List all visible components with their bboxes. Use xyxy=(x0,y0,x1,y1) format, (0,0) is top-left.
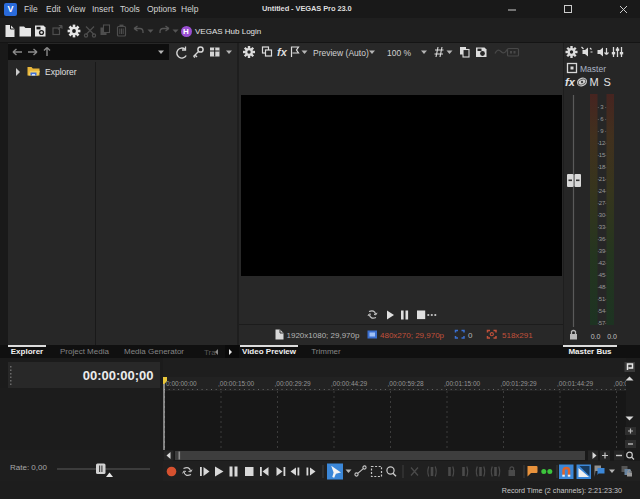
svg-text:45: 45 xyxy=(599,272,606,278)
svg-text:21: 21 xyxy=(599,176,606,182)
svg-text:24: 24 xyxy=(599,188,606,194)
svg-text:0.0: 0.0 xyxy=(607,333,617,340)
svg-text:,00:00:59:28: ,00:00:59:28 xyxy=(388,380,425,387)
svg-text:100 %: 100 % xyxy=(387,48,412,58)
svg-text:M: M xyxy=(590,76,599,88)
svg-text:518x291: 518x291 xyxy=(502,331,533,340)
svg-text:Preview (Auto): Preview (Auto) xyxy=(313,48,369,58)
svg-text:,00:00:29:29: ,00:00:29:29 xyxy=(275,380,312,387)
svg-text:15: 15 xyxy=(599,152,606,158)
svg-text:0: 0 xyxy=(468,331,473,340)
svg-text:Master: Master xyxy=(580,64,606,74)
svg-text:fx: fx xyxy=(277,46,288,58)
svg-text:3: 3 xyxy=(600,104,604,110)
svg-text:33: 33 xyxy=(599,224,606,230)
svg-text:fx: fx xyxy=(565,76,576,88)
svg-text:,00:01:15:00: ,00:01:15:00 xyxy=(444,380,481,387)
svg-text:27: 27 xyxy=(599,200,606,206)
svg-text:54: 54 xyxy=(599,308,606,314)
svg-text:0:00:00:00: 0:00:00:00 xyxy=(166,380,197,387)
svg-text:9: 9 xyxy=(600,128,604,134)
svg-text:48: 48 xyxy=(599,284,606,290)
svg-text:S: S xyxy=(604,76,611,88)
svg-text:57: 57 xyxy=(599,320,606,326)
svg-text:480x270; 29,970p: 480x270; 29,970p xyxy=(380,331,445,340)
svg-text:30: 30 xyxy=(599,212,606,218)
svg-text:42: 42 xyxy=(599,260,606,266)
svg-text:,00:01:29:29: ,00:01:29:29 xyxy=(501,380,538,387)
svg-text:,00:00:44:29: ,00:00:44:29 xyxy=(331,380,368,387)
svg-text:0.0: 0.0 xyxy=(591,333,601,340)
svg-text:1920x1080; 29,970p: 1920x1080; 29,970p xyxy=(287,331,361,340)
svg-text:,00:00:15:00: ,00:00:15:00 xyxy=(218,380,255,387)
svg-text:12: 12 xyxy=(599,140,606,146)
svg-text:,00:01:44:29: ,00:01:44:29 xyxy=(557,380,594,387)
svg-text:51: 51 xyxy=(599,296,606,302)
svg-text:36: 36 xyxy=(599,236,606,242)
svg-text:39: 39 xyxy=(599,248,606,254)
svg-text:6: 6 xyxy=(600,116,604,122)
svg-text:18: 18 xyxy=(599,164,606,170)
